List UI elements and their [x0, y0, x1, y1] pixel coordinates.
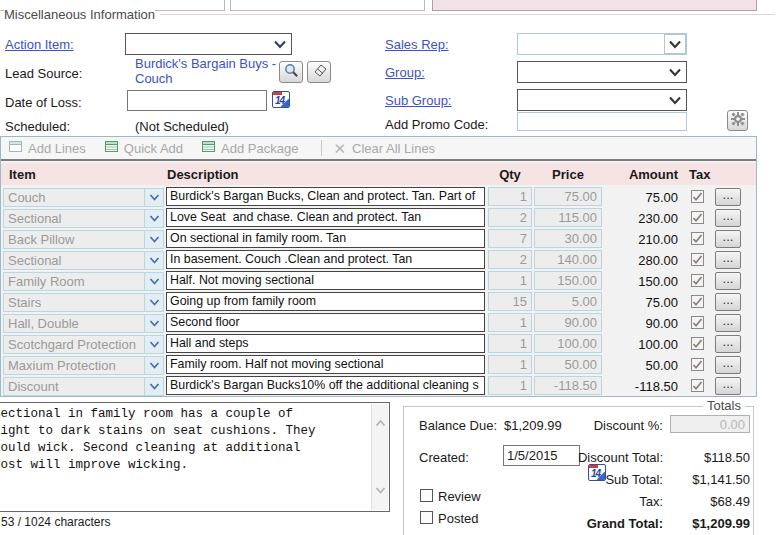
- description-input[interactable]: In basement. Couch .Clean and protect. T…: [166, 250, 485, 269]
- description-input[interactable]: On sectional in family room. Tan: [166, 229, 485, 248]
- header-description: Description: [167, 167, 239, 182]
- qty-input[interactable]: 1: [488, 355, 532, 374]
- item-select-value: Maxium Protection: [4, 358, 144, 373]
- price-input[interactable]: 115.00: [534, 208, 602, 227]
- item-select-value: Scotchgard Protection: [4, 337, 144, 352]
- line-item-row: Scotchgard Protection Hall and steps 1 1…: [1, 334, 756, 355]
- promo-code-apply-button[interactable]: [727, 110, 748, 131]
- review-checkbox[interactable]: [420, 489, 433, 502]
- price-input[interactable]: 150.00: [534, 271, 602, 290]
- action-item-select[interactable]: [125, 33, 292, 55]
- price-input[interactable]: 5.00: [534, 292, 602, 311]
- chevron-down-icon: [664, 34, 686, 54]
- item-select[interactable]: Sectional: [3, 209, 164, 228]
- item-select[interactable]: Stairs: [3, 293, 164, 312]
- sales-rep-link[interactable]: Sales Rep:: [385, 37, 449, 52]
- qty-input[interactable]: 1: [488, 187, 532, 206]
- price-input[interactable]: 30.00: [534, 229, 602, 248]
- item-select[interactable]: Couch: [3, 188, 164, 207]
- notes-scrollbar[interactable]: [371, 404, 388, 510]
- tax-checkbox[interactable]: [691, 337, 704, 350]
- qty-input[interactable]: 2: [488, 250, 532, 269]
- promo-code-input[interactable]: [517, 112, 687, 131]
- item-select[interactable]: Scotchgard Protection: [3, 335, 164, 354]
- qty-input[interactable]: 15: [488, 292, 532, 311]
- lead-source-search-button[interactable]: [279, 61, 303, 83]
- action-item-link[interactable]: Action Item:: [5, 37, 74, 52]
- description-input[interactable]: Burdick's Bargan Bucks10% off the additi…: [166, 376, 485, 395]
- tax-checkbox[interactable]: [691, 316, 704, 329]
- price-input[interactable]: 75.00: [534, 187, 602, 206]
- price-input[interactable]: -118.50: [534, 376, 602, 395]
- description-input[interactable]: Burdick's Bargan Bucks, Clean and protec…: [166, 187, 485, 206]
- add-lines-button[interactable]: Add Lines: [9, 140, 98, 156]
- item-select[interactable]: Discount: [3, 377, 164, 396]
- group-link[interactable]: Group:: [385, 65, 425, 80]
- scroll-down-icon[interactable]: [375, 487, 386, 494]
- clear-all-lines-button[interactable]: ✕ Clear All Lines: [333, 141, 447, 156]
- row-options-button[interactable]: ...: [715, 335, 741, 353]
- row-options-button[interactable]: ...: [715, 251, 741, 269]
- grid-toolbar: Add Lines Quick Add Add Package ✕ Clear …: [1, 137, 756, 161]
- calendar-icon[interactable]: 14: [272, 91, 290, 108]
- tax-checkbox[interactable]: [691, 295, 704, 308]
- row-options-button[interactable]: ...: [715, 209, 741, 227]
- description-input[interactable]: Second floor: [166, 313, 485, 332]
- qty-input[interactable]: 7: [488, 229, 532, 248]
- row-options-button[interactable]: ...: [715, 314, 741, 332]
- group-select[interactable]: [517, 61, 687, 83]
- sub-group-select[interactable]: [517, 89, 687, 111]
- scroll-up-icon[interactable]: [375, 420, 386, 427]
- qty-input[interactable]: 2: [488, 208, 532, 227]
- tax-checkbox[interactable]: [691, 358, 704, 371]
- eraser-icon: [312, 64, 327, 80]
- sales-rep-select[interactable]: [517, 33, 687, 55]
- qty-input[interactable]: 1: [488, 313, 532, 332]
- top-cropped-field-2[interactable]: [230, 0, 425, 11]
- date-of-loss-input[interactable]: [127, 90, 267, 111]
- price-input[interactable]: 90.00: [534, 313, 602, 332]
- tax-checkbox[interactable]: [691, 211, 704, 224]
- row-options-button[interactable]: ...: [715, 377, 741, 395]
- item-select-value: Back Pillow: [4, 232, 144, 247]
- row-options-button[interactable]: ...: [715, 188, 741, 206]
- quick-add-button[interactable]: Quick Add: [105, 140, 195, 156]
- qty-input[interactable]: 1: [488, 271, 532, 290]
- quick-add-icon: [105, 140, 118, 156]
- top-cropped-field-highlighted[interactable]: [432, 0, 757, 11]
- description-input[interactable]: Family room. Half not moving sectional: [166, 355, 485, 374]
- description-input[interactable]: Half. Not moving sectional: [166, 271, 485, 290]
- qty-input[interactable]: 1: [488, 334, 532, 353]
- tax-checkbox[interactable]: [691, 232, 704, 245]
- sub-group-link[interactable]: Sub Group:: [385, 93, 452, 108]
- row-options-button[interactable]: ...: [715, 293, 741, 311]
- lead-source-clear-button[interactable]: [307, 61, 331, 83]
- scheduled-value: (Not Scheduled): [135, 119, 229, 134]
- chevron-down-icon: [144, 315, 163, 332]
- description-input[interactable]: Love Seat and chase. Clean and protect. …: [166, 208, 485, 227]
- tax-checkbox[interactable]: [691, 253, 704, 266]
- row-options-button[interactable]: ...: [715, 230, 741, 248]
- posted-checkbox[interactable]: [420, 511, 433, 524]
- price-input[interactable]: 50.00: [534, 355, 602, 374]
- row-options-button[interactable]: ...: [715, 272, 741, 290]
- item-select[interactable]: Back Pillow: [3, 230, 164, 249]
- balance-due-label: Balance Due:: [419, 418, 497, 433]
- header-price: Price: [534, 167, 602, 182]
- price-input[interactable]: 140.00: [534, 250, 602, 269]
- item-select[interactable]: Maxium Protection: [3, 356, 164, 375]
- item-select[interactable]: Family Room: [3, 272, 164, 291]
- item-select[interactable]: Sectional: [3, 251, 164, 270]
- description-input[interactable]: Going up from family room: [166, 292, 485, 311]
- description-input[interactable]: Hall and steps: [166, 334, 485, 353]
- row-options-button[interactable]: ...: [715, 356, 741, 374]
- price-input[interactable]: 100.00: [534, 334, 602, 353]
- item-select[interactable]: Hall, Double: [3, 314, 164, 333]
- tax-checkbox[interactable]: [691, 379, 704, 392]
- add-package-button[interactable]: Add Package: [202, 140, 310, 156]
- qty-input[interactable]: 1: [488, 376, 532, 395]
- notes-textarea[interactable]: Sectional in family room has a couple of…: [0, 402, 390, 512]
- tax-checkbox[interactable]: [691, 190, 704, 203]
- tax-checkbox[interactable]: [691, 274, 704, 287]
- lead-source-value[interactable]: Burdick's Bargain Buys - Couch: [135, 56, 287, 86]
